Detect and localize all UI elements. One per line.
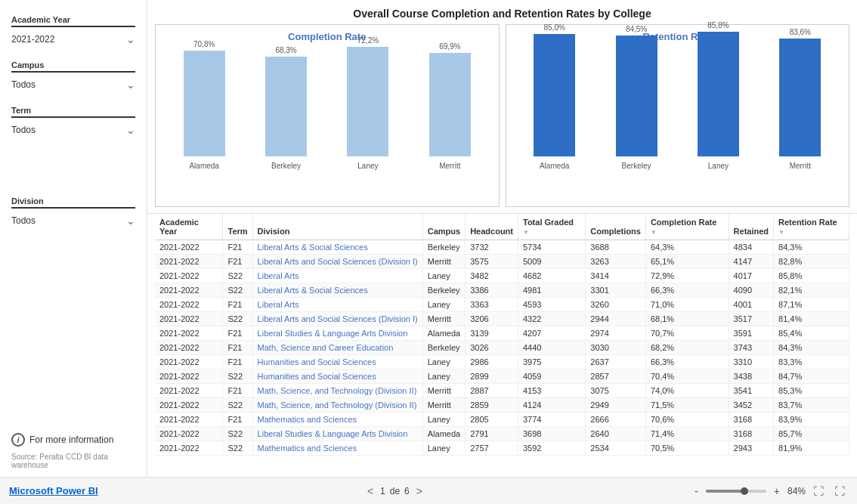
table-cell: Merritt [422, 398, 465, 413]
table-header-totalgraded[interactable]: Total Graded ▼ [518, 214, 586, 240]
table-row: 2021-2022F21Liberal ArtsLaney33634593326… [155, 298, 849, 312]
filter-division-select[interactable]: Todos ⌄ [11, 213, 135, 228]
completion-bar[interactable] [265, 57, 307, 156]
retention-chart: Retention Rate 85,0% Alameda 84,5% Berke… [506, 24, 850, 207]
table-cell: 70,7% [645, 326, 729, 341]
filter-division: Division Todos ⌄ [11, 196, 135, 228]
table-header-academicyear[interactable]: Academic Year [155, 214, 223, 240]
fullscreen-icon[interactable]: ⛶ [831, 484, 848, 499]
table-header-completions[interactable]: Completions [586, 214, 646, 240]
table-cell: Laney [422, 413, 465, 427]
table-header-retentionrate[interactable]: Retention Rate ▼ [774, 214, 849, 240]
retention-bar[interactable] [534, 34, 575, 156]
division-link[interactable]: Humanities and Social Sciences [258, 357, 376, 366]
table-cell: 85,7% [774, 427, 849, 441]
table-cell: 3438 [729, 369, 773, 384]
division-link[interactable]: Humanities and Social Sciences [258, 372, 376, 381]
division-link[interactable]: Liberal Arts and Social Sciences (Divisi… [258, 314, 418, 323]
power-bi-link[interactable]: Microsoft Power BI [9, 485, 98, 496]
retention-bar-group: 85,8% Laney [677, 21, 759, 170]
table-cell: 3592 [518, 441, 586, 456]
table-cell: Math, Science, and Technology (Division … [252, 398, 422, 413]
division-link[interactable]: Liberal Arts & Social Sciences [258, 286, 368, 295]
table-cell: Laney [422, 269, 465, 283]
table-cell: 3260 [586, 298, 646, 312]
table-cell: 82,1% [774, 283, 849, 298]
completion-bar[interactable] [184, 51, 225, 156]
zoom-value: 84% [787, 486, 806, 496]
table-cell: 3386 [466, 283, 518, 298]
table-cell: 3139 [466, 326, 518, 341]
prev-page-button[interactable]: < [365, 485, 376, 497]
table-cell: 64,3% [645, 240, 729, 255]
fit-to-screen-icon[interactable]: ⛶ [810, 484, 827, 499]
filter-academic-year-select[interactable]: 2021-2022 ⌄ [11, 32, 135, 47]
completion-bar[interactable] [429, 53, 471, 156]
division-link[interactable]: Liberal Arts [258, 271, 299, 280]
table-cell: 3363 [466, 298, 518, 312]
table-header-completionrate[interactable]: Completion Rate ▼ [645, 214, 729, 240]
table-cell: 3075 [586, 384, 646, 398]
table-cell: F21 [223, 413, 252, 427]
next-page-button[interactable]: > [414, 485, 425, 497]
table-cell: 2887 [466, 384, 518, 398]
division-link[interactable]: Liberal Arts [258, 300, 299, 309]
table-cell: F21 [223, 298, 252, 312]
table-cell: Berkeley [422, 341, 465, 355]
table-cell: 3310 [729, 355, 773, 369]
table-header-division[interactable]: Division [252, 214, 422, 240]
table-cell: 83,7% [774, 398, 849, 413]
division-link[interactable]: Math, Science, and Technology (Division … [258, 386, 417, 395]
table-header-headcount[interactable]: Headcount [466, 214, 518, 240]
bar-value: 85,8% [707, 21, 729, 29]
retention-bar[interactable] [779, 39, 821, 156]
division-link[interactable]: Liberal Studies & Language Arts Division [258, 429, 408, 438]
table-cell: 4834 [729, 240, 773, 255]
division-link[interactable]: Math, Science and Career Education [258, 343, 394, 352]
table-cell: S22 [223, 283, 252, 298]
division-link[interactable]: Liberal Arts & Social Sciences [258, 243, 368, 252]
table-header-term[interactable]: Term [223, 214, 252, 240]
table-cell: 85,8% [774, 269, 849, 283]
bar-value: 68,3% [275, 46, 296, 54]
table-cell: Liberal Arts & Social Sciences [252, 283, 422, 298]
table-cell: 2899 [466, 369, 518, 384]
retention-bar[interactable] [698, 32, 739, 156]
table-cell: 2021-2022 [155, 312, 223, 326]
filter-term: Term Todos ⌄ [11, 106, 135, 138]
table-cell: 84,3% [774, 240, 849, 255]
retention-chart-area: 85,0% Alameda 84,5% Berkeley 85,8% Laney… [514, 45, 842, 185]
table-cell: 2021-2022 [155, 355, 223, 369]
table-row: 2021-2022F21Humanities and Social Scienc… [155, 355, 849, 369]
table-header-retained[interactable]: Retained [729, 214, 773, 240]
division-link[interactable]: Liberal Studies & Language Arts Division [258, 329, 408, 338]
content-area: Overall Course Completion and Retention … [147, 0, 857, 477]
table-cell: 3698 [518, 427, 586, 441]
division-link[interactable]: Mathematics and Sciences [258, 415, 357, 424]
retention-bar[interactable] [616, 36, 657, 156]
division-link[interactable]: Math, Science, and Technology (Division … [258, 400, 417, 410]
division-link[interactable]: Mathematics and Sciences [258, 444, 357, 453]
filter-campus-select[interactable]: Todos ⌄ [11, 77, 135, 92]
filter-term-select[interactable]: Todos ⌄ [11, 122, 135, 138]
table-cell: 66,3% [645, 283, 729, 298]
completion-bar[interactable] [347, 47, 388, 156]
zoom-slider[interactable] [706, 490, 766, 493]
table-cell: 3030 [586, 341, 646, 355]
table-cell: Math, Science and Career Education [252, 341, 422, 355]
table-cell: 65,1% [645, 255, 729, 269]
page-current: 1 [380, 486, 385, 496]
table-cell: 83,9% [774, 413, 849, 427]
zoom-plus-button[interactable]: + [771, 484, 783, 499]
table-cell: 2021-2022 [155, 427, 223, 441]
table-header-campus[interactable]: Campus [422, 214, 465, 240]
table-cell: 2021-2022 [155, 398, 223, 413]
table-cell: Liberal Arts and Social Sciences (Divisi… [252, 312, 422, 326]
retention-bar-group: 85,0% Alameda [514, 23, 596, 170]
division-link[interactable]: Liberal Arts and Social Sciences (Divisi… [258, 257, 418, 266]
main-container: Academic Year 2021-2022 ⌄ Campus Todos ⌄… [0, 0, 857, 477]
table-cell: 3541 [729, 384, 773, 398]
table-row: 2021-2022F21Math, Science, and Technolog… [155, 384, 849, 398]
zoom-minus-button[interactable]: - [691, 484, 701, 499]
data-table-container[interactable]: Academic YearTermDivisionCampusHeadcount… [147, 213, 857, 477]
